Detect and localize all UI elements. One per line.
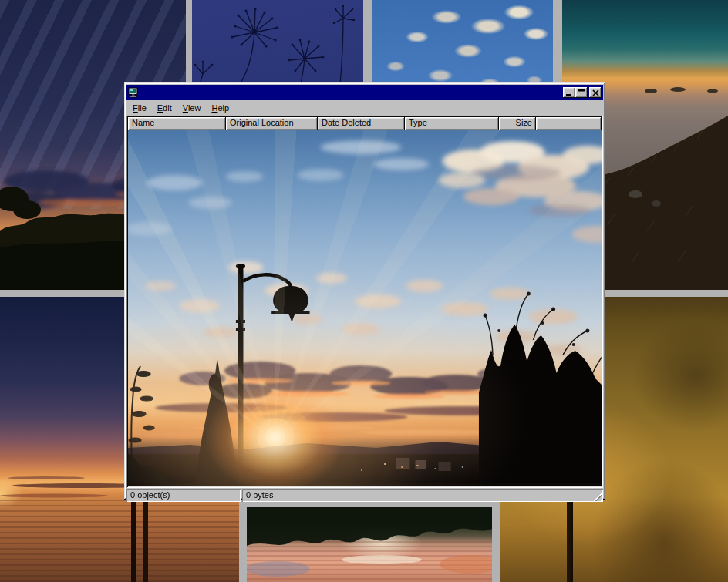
computer-icon [128, 87, 139, 98]
minimize-button[interactable] [563, 87, 575, 98]
menu-view[interactable]: View [177, 102, 207, 115]
wallpaper-photo-water-reflection [247, 507, 492, 582]
desktop: FileEditViewHelp NameOriginal LocationDa… [0, 0, 728, 582]
maximize-icon [578, 89, 585, 96]
close-button[interactable] [589, 87, 602, 98]
menu-bar: FileEditViewHelp [126, 100, 603, 116]
column-header-filler[interactable] [536, 117, 602, 130]
column-header-date-deleted[interactable]: Date Deleted [318, 117, 405, 130]
window-controls [563, 87, 602, 98]
column-header-size[interactable]: Size [499, 117, 536, 130]
column-header-type[interactable]: Type [405, 117, 499, 130]
tree-reflections [247, 507, 492, 582]
window-titlebar[interactable] [126, 85, 603, 100]
menu-edit[interactable]: Edit [152, 102, 177, 115]
column-header-row: NameOriginal LocationDate DeletedTypeSiz… [128, 117, 602, 130]
status-panel-2: 0 bytes [242, 489, 603, 502]
column-header-name[interactable]: Name [128, 117, 226, 130]
listview-empty-area[interactable] [128, 130, 602, 486]
crepuscular-rays [128, 130, 602, 486]
status-panel-1: 0 object(s) [126, 489, 241, 502]
minimize-icon [565, 89, 573, 96]
resize-grip[interactable] [593, 492, 602, 501]
column-header-original-location[interactable]: Original Location [226, 117, 318, 130]
menu-help[interactable]: Help [206, 102, 234, 115]
recycle-bin-window: FileEditViewHelp NameOriginal LocationDa… [124, 82, 605, 500]
listview: NameOriginal LocationDate DeletedTypeSiz… [126, 116, 603, 488]
maximize-button[interactable] [575, 87, 588, 98]
close-icon [592, 89, 599, 96]
status-bar: 0 object(s)0 bytes [126, 489, 603, 502]
menu-file[interactable]: File [127, 102, 152, 115]
